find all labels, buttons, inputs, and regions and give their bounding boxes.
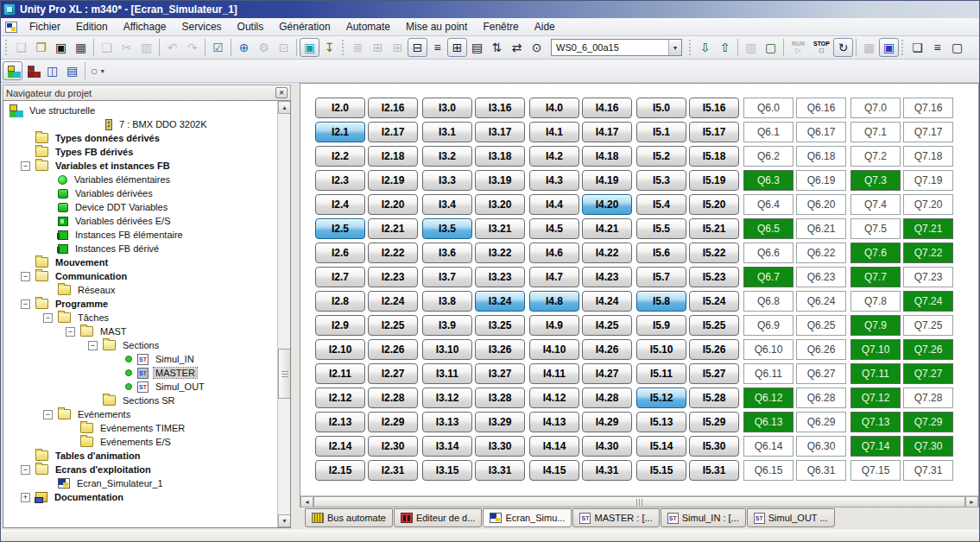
- input-button-I4.3[interactable]: I4.3: [529, 170, 579, 191]
- input-button-I3.1[interactable]: I3.1: [422, 122, 472, 142]
- input-button-I5.28[interactable]: I5.28: [689, 388, 739, 408]
- input-button-I5.27[interactable]: I5.27: [689, 363, 739, 384]
- input-button-I2.9[interactable]: I2.9: [315, 315, 365, 336]
- input-button-I2.12[interactable]: I2.12: [315, 388, 365, 408]
- input-button-I5.7[interactable]: I5.7: [636, 267, 686, 287]
- collapse-icon[interactable]: −: [43, 410, 53, 419]
- tree-item-instances-fb-d-riv[interactable]: Instances FB dérivé: [5, 242, 277, 255]
- input-button-I4.28[interactable]: I4.28: [582, 388, 632, 408]
- redo-button[interactable]: ↷: [182, 38, 202, 57]
- input-button-I4.8[interactable]: I4.8: [529, 291, 579, 312]
- input-button-I4.20[interactable]: I4.20: [582, 194, 632, 215]
- input-button-I2.29[interactable]: I2.29: [368, 412, 418, 432]
- input-button-I5.8[interactable]: I5.8: [636, 291, 686, 312]
- input-button-I4.25[interactable]: I4.25: [582, 315, 632, 336]
- input-button-I2.10[interactable]: I2.10: [315, 339, 365, 360]
- copy-button[interactable]: ❑: [97, 38, 117, 57]
- tree-item-documentation[interactable]: +Documentation: [5, 490, 277, 504]
- scroll-right-icon[interactable]: ►: [965, 496, 978, 507]
- split-vertical-button[interactable]: ◫: [42, 61, 62, 80]
- search-replace-button[interactable]: ⊡: [274, 38, 294, 57]
- input-button-I3.15[interactable]: I3.15: [422, 460, 472, 481]
- input-button-I2.25[interactable]: I2.25: [368, 315, 418, 336]
- document-window-icon[interactable]: [5, 22, 17, 33]
- input-button-I5.30[interactable]: I5.30: [689, 436, 739, 457]
- io-forcing-button[interactable]: ⇅: [487, 38, 507, 57]
- input-button-I4.24[interactable]: I4.24: [582, 291, 632, 312]
- input-button-I3.17[interactable]: I3.17: [475, 122, 525, 142]
- input-button-I5.18[interactable]: I5.18: [689, 146, 739, 167]
- menu-edition[interactable]: Edition: [68, 19, 116, 35]
- input-button-I2.6[interactable]: I2.6: [315, 243, 365, 263]
- menu-mise-au-point[interactable]: Mise au point: [398, 19, 475, 35]
- animation-table-button[interactable]: ▦: [859, 38, 879, 57]
- input-button-I5.1[interactable]: I5.1: [636, 122, 686, 142]
- input-button-I2.19[interactable]: I2.19: [368, 170, 418, 191]
- transfer-to-plc-button[interactable]: ⇩: [695, 38, 715, 57]
- undo-button[interactable]: ↶: [162, 38, 182, 57]
- open-button[interactable]: ❐: [31, 38, 51, 57]
- input-button-I4.6[interactable]: I4.6: [529, 243, 579, 263]
- project-browser-button[interactable]: ⊟: [408, 38, 427, 57]
- collapse-icon[interactable]: −: [43, 313, 53, 323]
- input-button-I2.11[interactable]: I2.11: [315, 363, 365, 384]
- tile-horizontal-button[interactable]: ≡: [927, 38, 947, 57]
- tab-bus-automate[interactable]: Bus automate: [305, 508, 393, 527]
- menu-aide[interactable]: Aide: [527, 19, 563, 35]
- toolbar-drag-handle[interactable]: [341, 39, 345, 56]
- input-button-I3.14[interactable]: I3.14: [422, 436, 472, 457]
- input-button-I4.12[interactable]: I4.12: [529, 388, 579, 408]
- collapse-icon[interactable]: −: [88, 341, 98, 350]
- menu-services[interactable]: Services: [174, 19, 230, 35]
- input-button-I2.20[interactable]: I2.20: [368, 194, 418, 215]
- tree-item-vue-structurelle[interactable]: Vue structurelle: [5, 104, 277, 117]
- tree-scrollbar-thumb[interactable]: [278, 349, 291, 399]
- tree-item-instances-fb-l-mentaire[interactable]: Instances FB élémentaire: [5, 228, 277, 242]
- input-button-I3.4[interactable]: I3.4: [422, 194, 472, 215]
- chevron-down-icon[interactable]: ▼: [99, 68, 105, 74]
- toolbar-drag-handle[interactable]: [901, 39, 904, 56]
- input-button-I2.31[interactable]: I2.31: [368, 460, 418, 481]
- input-button-I5.31[interactable]: I5.31: [689, 460, 739, 481]
- import-button[interactable]: ↧: [319, 38, 339, 57]
- tree-item-ev-nements-e-s[interactable]: Evénements E/S: [5, 435, 277, 449]
- input-button-I5.26[interactable]: I5.26: [689, 339, 739, 360]
- input-button-I4.18[interactable]: I4.18: [582, 146, 632, 167]
- library-button[interactable]: ≣: [348, 38, 368, 57]
- input-button-I3.23[interactable]: I3.23: [475, 267, 525, 287]
- input-button-I3.10[interactable]: I3.10: [422, 339, 472, 360]
- input-button-I2.13[interactable]: I2.13: [315, 412, 365, 432]
- input-button-I2.30[interactable]: I2.30: [368, 436, 418, 457]
- tree-item-types-fb-d-riv-s[interactable]: Types FB dérivés: [5, 145, 277, 159]
- input-button-I2.4[interactable]: I2.4: [315, 194, 365, 215]
- tree-item-simul-in[interactable]: STSimul_IN: [5, 352, 277, 366]
- insert-hyperlink-button[interactable]: ⊞: [368, 38, 388, 57]
- input-button-I5.4[interactable]: I5.4: [636, 194, 686, 215]
- collapse-icon[interactable]: −: [21, 465, 30, 475]
- input-button-I2.0[interactable]: I2.0: [315, 98, 365, 118]
- input-button-I2.23[interactable]: I2.23: [368, 267, 418, 287]
- input-button-I2.17[interactable]: I2.17: [368, 122, 418, 142]
- expand-icon[interactable]: +: [21, 493, 30, 502]
- split-horizontal-button[interactable]: ▤: [62, 61, 82, 80]
- input-button-I4.29[interactable]: I4.29: [582, 412, 632, 432]
- input-button-I4.22[interactable]: I4.22: [582, 243, 632, 263]
- input-button-I5.17[interactable]: I5.17: [689, 122, 739, 142]
- collapse-icon[interactable]: −: [21, 161, 30, 171]
- input-button-I3.3[interactable]: I3.3: [422, 170, 472, 191]
- tree-item-ev-nements[interactable]: −Evénements: [5, 407, 277, 421]
- input-button-I3.18[interactable]: I3.18: [475, 146, 525, 167]
- tab-editeur-de-d[interactable]: Editeur de d...: [394, 508, 483, 527]
- structural-view-button[interactable]: [3, 61, 22, 80]
- input-button-I3.16[interactable]: I3.16: [475, 98, 525, 118]
- print-button[interactable]: ▦: [71, 38, 91, 57]
- zoom-in-button[interactable]: ⊕: [234, 38, 254, 57]
- input-button-I5.24[interactable]: I5.24: [689, 291, 739, 312]
- input-button-I5.6[interactable]: I5.6: [636, 243, 686, 263]
- input-button-I5.21[interactable]: I5.21: [689, 218, 739, 239]
- input-button-I5.11[interactable]: I5.11: [636, 363, 686, 384]
- station-selector-combo[interactable]: WS0_6_00a15▼: [551, 39, 682, 56]
- transfer-from-plc-button[interactable]: ⇧: [715, 38, 735, 57]
- input-button-I2.16[interactable]: I2.16: [368, 98, 418, 118]
- tree-item-master[interactable]: STMASTER: [5, 366, 277, 380]
